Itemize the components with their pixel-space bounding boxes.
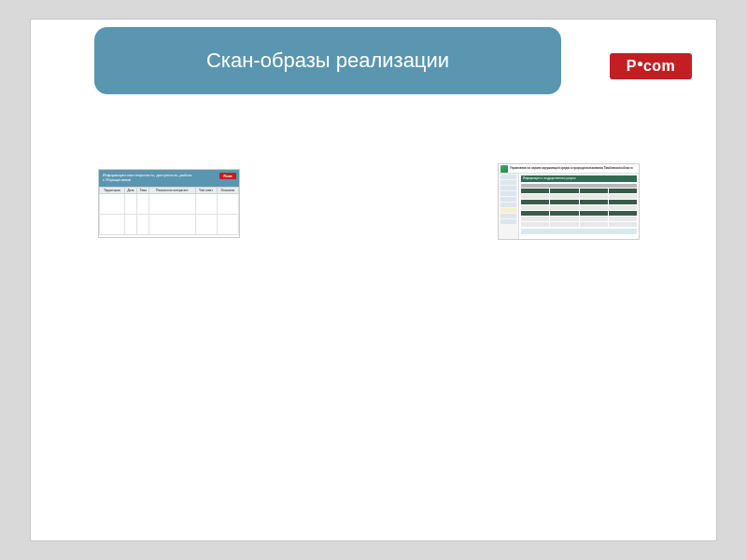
table-cell [550, 222, 578, 227]
table-row [521, 222, 637, 227]
table-cell [609, 222, 637, 227]
thumb-left-logo: Picom [219, 173, 236, 179]
table-cell [521, 222, 549, 227]
emblem-icon [500, 165, 508, 173]
table-cell [195, 194, 217, 215]
sidebar-item [500, 186, 516, 190]
screenshot-thumb-left: Информационная открытость, доступность, … [98, 169, 240, 238]
thumb-right-sidebar [499, 174, 519, 239]
thumb-right-body: Информация о государственных услугах [499, 174, 639, 239]
table-cell [609, 211, 637, 216]
table-row [521, 205, 637, 210]
table-cell [609, 205, 637, 210]
table-cell [149, 215, 195, 235]
sidebar-item [500, 219, 516, 224]
table-row [521, 211, 637, 216]
thumb-right-footer [521, 229, 637, 234]
screenshot-thumb-right: Управление по охране окружающей среды и … [498, 163, 640, 240]
sidebar-item [500, 208, 516, 213]
table-cell [137, 215, 149, 235]
thumb-left-table: Территория Дата Тема Показатель контраге… [99, 187, 239, 235]
table-cell [149, 194, 195, 215]
table-cell [125, 194, 137, 215]
table-cell [580, 194, 608, 199]
logo-text: Pcom [627, 58, 676, 75]
thumb-right-banner: Информация о государственных услугах [521, 175, 637, 182]
table-cell [521, 194, 549, 199]
table-cell [550, 205, 578, 210]
table-cell [550, 189, 578, 193]
sidebar-item [500, 203, 516, 207]
table-cell [521, 189, 549, 193]
table-cell [550, 217, 578, 221]
table-cell [609, 200, 637, 204]
thumb-right-title: Управление по охране окружающей среды и … [510, 166, 633, 170]
thumb-left-header: Информационная открытость, доступность, … [99, 170, 239, 187]
table-row [521, 200, 637, 204]
table-cell [550, 194, 578, 199]
thumb-right-tabs [521, 184, 637, 188]
logo-dot-icon [638, 62, 642, 66]
table-cell [521, 211, 549, 216]
thumb-right-top: Управление по охране окружающей среды и … [499, 164, 639, 174]
col-header: Описание [217, 188, 238, 194]
table-cell [580, 211, 608, 216]
table-cell [137, 194, 149, 215]
table-cell [217, 194, 238, 215]
table-row [521, 217, 637, 221]
sidebar-item [500, 180, 516, 185]
table-cell [580, 205, 608, 210]
table-row [521, 194, 637, 199]
table-cell [521, 205, 549, 210]
table-cell [580, 222, 608, 227]
sidebar-item [500, 191, 516, 196]
table-cell [609, 194, 637, 199]
table-cell [580, 200, 608, 204]
col-header: Тема [137, 188, 149, 194]
page-title: Скан-образы реализации [206, 49, 449, 73]
slide: Скан-образы реализации Pcom Информационн… [30, 19, 717, 541]
table-cell [580, 189, 608, 193]
table-cell [521, 200, 549, 204]
thumb-right-main: Информация о государственных услугах [519, 174, 639, 239]
col-header: Показатель контрагент [149, 188, 195, 194]
table-cell [550, 200, 578, 204]
col-header: Дата [125, 188, 137, 194]
table-cell [100, 215, 125, 235]
title-bar: Скан-образы реализации [94, 27, 561, 94]
table-cell [609, 217, 637, 221]
table-cell [550, 211, 578, 216]
table-cell [100, 194, 125, 215]
table-cell [609, 189, 637, 193]
sidebar-item [500, 175, 516, 179]
col-header: Территория [100, 188, 125, 194]
table-row [521, 189, 637, 193]
table-cell [521, 217, 549, 221]
sidebar-item [500, 214, 516, 218]
col-header: Чей ответ [195, 188, 217, 194]
thumb-left-title: Информационная открытость, доступность, … [99, 170, 197, 185]
table-cell [125, 215, 137, 235]
logo-badge: Pcom [610, 53, 692, 79]
table-cell [195, 215, 217, 235]
table-cell [580, 217, 608, 221]
sidebar-item [500, 197, 516, 202]
table-cell [217, 215, 238, 235]
